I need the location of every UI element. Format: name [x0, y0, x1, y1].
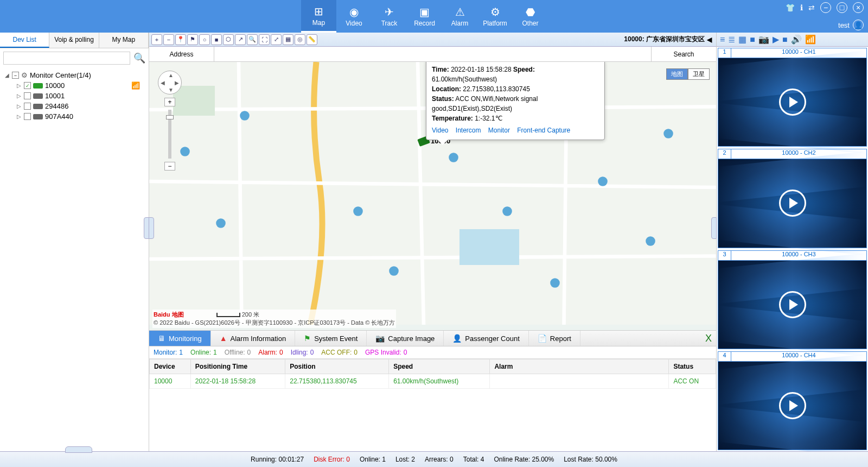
col-status[interactable]: Status: [669, 359, 716, 374]
checkbox[interactable]: [24, 92, 31, 99]
checkbox[interactable]: [24, 103, 31, 110]
tab-alarm[interactable]: ⚠Alarm: [442, 0, 477, 33]
minimize-button[interactable]: −: [820, 2, 831, 13]
splitter-center-right[interactable]: [711, 217, 717, 239]
play-button[interactable]: [779, 190, 806, 217]
info-icon[interactable]: ℹ: [800, 3, 803, 12]
device-item[interactable]: ▷ 907A440: [4, 111, 144, 122]
maptype-map[interactable]: 地图: [666, 68, 688, 80]
splitter-center-left[interactable]: [149, 217, 154, 239]
expand-icon[interactable]: ▷: [16, 103, 22, 109]
btab-passenger[interactable]: 👤Passenger Count: [444, 331, 528, 346]
tab-voip[interactable]: Voip & polling: [49, 33, 99, 48]
maximize-button[interactable]: □: [837, 2, 847, 13]
device-id: 10000: [45, 81, 65, 90]
tree-root[interactable]: ◢ − ⚙ Monitor Center(1/4): [4, 70, 144, 80]
col-alarm[interactable]: Alarm: [490, 359, 669, 374]
device-item[interactable]: ▷ 10001: [4, 91, 144, 101]
close-button[interactable]: ×: [853, 2, 864, 13]
col-position[interactable]: Position: [285, 359, 389, 374]
maptype-sat[interactable]: 卫星: [688, 68, 710, 80]
single-icon[interactable]: ■: [750, 35, 755, 45]
play-icon[interactable]: ▶: [773, 34, 779, 45]
tab-platform[interactable]: ⚙Platform: [477, 0, 513, 33]
tab-mymap[interactable]: My Map: [99, 33, 149, 48]
tab-video[interactable]: ◉Video: [336, 0, 372, 33]
link-capture[interactable]: Front-end Capture: [517, 127, 570, 134]
btab-system[interactable]: ⚑System Event: [295, 331, 367, 346]
tab-devlist[interactable]: Dev List: [0, 33, 49, 48]
play-button[interactable]: [779, 89, 806, 116]
signal-icon[interactable]: 📶: [805, 34, 816, 45]
col-device[interactable]: Device: [150, 359, 191, 374]
center-button[interactable]: ◎: [295, 34, 305, 45]
route-button[interactable]: ↗: [235, 34, 246, 45]
fit-button[interactable]: ⛶: [259, 34, 270, 45]
expand-icon[interactable]: ▷: [16, 93, 22, 99]
device-item[interactable]: ▷ 294486: [4, 101, 144, 111]
map-canvas[interactable]: ▲▼ ◀▶ + − 地图 卫星 10000 Time: 2022-01-18 1…: [149, 62, 716, 330]
table-row[interactable]: 10000 2022-01-18 15:58:28 22.715380,113.…: [150, 374, 716, 389]
list-icon[interactable]: ≡: [720, 35, 725, 45]
search-button[interactable]: Search: [651, 47, 716, 61]
stop-icon[interactable]: ■: [782, 35, 788, 45]
list2-icon[interactable]: ≣: [728, 34, 735, 45]
marker-button[interactable]: 📍: [175, 34, 186, 45]
flag-button[interactable]: ⚑: [187, 34, 198, 45]
gear-icon: ⚙: [21, 71, 28, 79]
checkbox[interactable]: ✓: [24, 82, 31, 89]
polygon-button[interactable]: ⬡: [223, 34, 234, 45]
track-icon: ✈: [385, 5, 394, 18]
address-input[interactable]: [214, 47, 651, 61]
chevron-left-icon[interactable]: ◀: [707, 36, 712, 43]
link-monitor[interactable]: Monitor: [488, 127, 510, 134]
ruler-button[interactable]: 📏: [307, 34, 317, 45]
link-video[interactable]: Video: [432, 127, 448, 134]
rect-button[interactable]: ■: [211, 34, 222, 45]
checkbox[interactable]: [24, 113, 31, 120]
expand-icon[interactable]: ▷: [16, 113, 22, 119]
fullscreen-button[interactable]: ⤢: [271, 34, 282, 45]
info-window: Time: 2022-01-18 15:58:28 Speed: 61.00km…: [426, 62, 605, 140]
layer-button[interactable]: ▦: [283, 34, 293, 45]
btab-capture[interactable]: 📷Capture Image: [367, 331, 444, 346]
user-row[interactable]: test 👤: [838, 20, 864, 30]
tab-track[interactable]: ✈Track: [372, 0, 407, 33]
statusbar-handle[interactable]: [65, 446, 92, 453]
video-cell[interactable]: 410000 - CH4: [718, 351, 867, 450]
video-cell[interactable]: 310000 - CH3: [718, 250, 867, 349]
refresh-icon[interactable]: ⇄: [808, 3, 815, 12]
zoom-in-map[interactable]: +: [164, 98, 175, 106]
play-button[interactable]: [779, 392, 806, 419]
play-button[interactable]: [779, 291, 806, 318]
grid-icon[interactable]: ▦: [738, 34, 746, 45]
find-button[interactable]: 🔍: [247, 34, 258, 45]
btab-monitoring[interactable]: 🖥Monitoring: [149, 331, 211, 346]
btab-alarm[interactable]: ▲Alarm Information: [211, 331, 295, 346]
tab-other[interactable]: ⬣Other: [513, 0, 548, 33]
zoom-out-map[interactable]: −: [164, 162, 175, 171]
snapshot-icon[interactable]: 📷: [758, 34, 769, 45]
expand-icon[interactable]: ▷: [16, 83, 22, 89]
col-speed[interactable]: Speed: [389, 359, 490, 374]
link-intercom[interactable]: Intercom: [456, 127, 481, 134]
zoom-slider[interactable]: [168, 110, 171, 159]
col-time[interactable]: Positioning Time: [190, 359, 285, 374]
video-cell[interactable]: 110000 - CH1: [718, 48, 867, 147]
pan-control[interactable]: ▲▼ ◀▶: [158, 71, 182, 94]
collapse-icon[interactable]: ◢: [4, 72, 10, 78]
zoom-out-button[interactable]: −: [163, 34, 174, 45]
btab-report[interactable]: 📄Report: [529, 331, 580, 346]
search-icon[interactable]: 🔍: [133, 52, 145, 64]
video-cell[interactable]: 210000 - CH2: [718, 149, 867, 248]
checkbox[interactable]: −: [12, 72, 19, 79]
zoom-in-button[interactable]: +: [151, 34, 162, 45]
circle-button[interactable]: ○: [199, 34, 210, 45]
export-excel-button[interactable]: X: [705, 333, 712, 344]
device-item[interactable]: ▷ ✓ 10000 📶: [4, 80, 144, 91]
device-search-input[interactable]: [3, 52, 130, 65]
tab-map[interactable]: ⊞Map: [301, 0, 336, 33]
volume-icon[interactable]: 🔊: [791, 34, 802, 45]
shirt-icon[interactable]: 👕: [786, 3, 795, 12]
tab-record[interactable]: ▣Record: [407, 0, 442, 33]
